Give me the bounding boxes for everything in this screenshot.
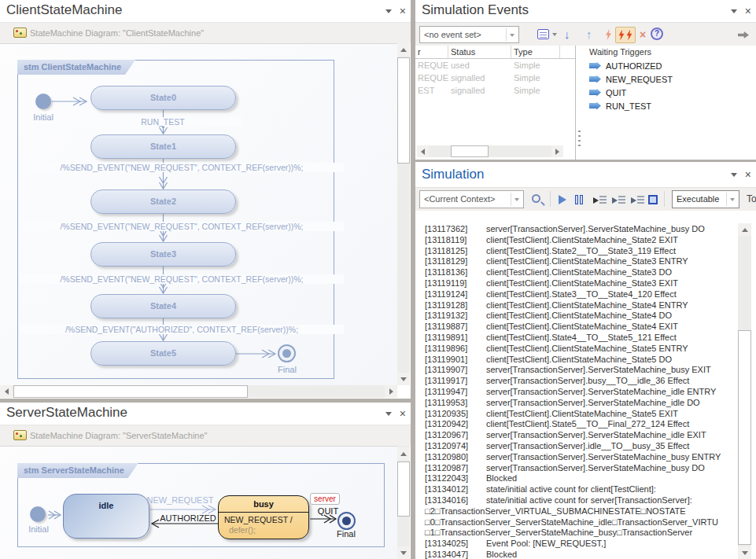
scrollbar-thumb[interactable]: [397, 462, 410, 517]
scroll-up-button[interactable]: [738, 223, 751, 236]
scroll-down-button[interactable]: [397, 546, 410, 559]
move-down-icon[interactable]: ↓: [564, 28, 570, 40]
state-node[interactable]: State4: [90, 294, 236, 318]
log-line: [13118136]client[TestClient].ClientState…: [415, 267, 738, 278]
transition-label-new-request[interactable]: NEW_REQUEST: [146, 495, 214, 505]
scroll-right-button[interactable]: [551, 145, 563, 157]
search-icon[interactable]: [532, 194, 540, 203]
mode-combo[interactable]: Executable: [672, 190, 739, 208]
column-header-trigger[interactable]: r: [415, 46, 448, 58]
state-node[interactable]: State1: [90, 134, 236, 159]
state-node-busy[interactable]: busy NEW_REQUEST / defer();: [218, 495, 309, 539]
log-line: [13119124]client[TestClient].State3__TO_…: [415, 289, 738, 300]
transition-label-authorized[interactable]: AUTHORIZED: [156, 513, 220, 523]
scrollbar-thumb[interactable]: [397, 57, 410, 164]
column-header-status[interactable]: Status: [448, 46, 511, 58]
context-combo[interactable]: <Current Context>: [419, 190, 524, 208]
log-line: [13119907]server[TransactionServer].Serv…: [415, 365, 738, 376]
close-icon[interactable]: ×: [745, 6, 751, 17]
scroll-right-button[interactable]: [385, 385, 397, 398]
server-vertical-scrollbar[interactable]: [397, 446, 410, 559]
chevron-down-icon[interactable]: [385, 9, 392, 13]
active-instance-tag: server: [310, 493, 340, 505]
state-node[interactable]: State0: [90, 86, 236, 110]
event-table-hscrollbar[interactable]: [417, 145, 563, 157]
run-icon[interactable]: [559, 195, 566, 204]
initial-node[interactable]: [35, 94, 51, 109]
transition-label-quit[interactable]: QUIT: [313, 506, 343, 516]
server-diagram-canvas[interactable]: stm ServerStateMachine Initial idle busy: [0, 446, 397, 559]
stop-icon[interactable]: [648, 195, 658, 204]
state-node[interactable]: State2: [90, 189, 236, 214]
log-line: [13120987]server[TransactionServer].Serv…: [415, 463, 738, 474]
close-icon[interactable]: ×: [745, 169, 751, 180]
column-header-type[interactable]: Type: [511, 46, 560, 58]
tools-label[interactable]: Tools: [747, 193, 756, 204]
chevron-down-icon[interactable]: [385, 412, 392, 416]
final-node[interactable]: [278, 344, 296, 362]
transition-label[interactable]: /%SEND_EVENT("NEW_REQUEST", CONTEXT_REF(…: [20, 222, 344, 231]
state-node-idle[interactable]: idle: [63, 494, 149, 539]
transition-label[interactable]: /%SEND_EVENT("NEW_REQUEST", CONTEXT_REF(…: [20, 274, 344, 284]
table-row[interactable]: EST signalled Simple: [415, 84, 575, 97]
chevron-down-icon[interactable]: [731, 9, 737, 13]
log-line: [13134012]state/initial active count for…: [415, 484, 738, 495]
simulation-log[interactable]: [13117362]server[TransactionServer].Serv…: [415, 211, 738, 559]
step-out-icon[interactable]: [631, 195, 644, 205]
scrollbar-thumb[interactable]: [13, 385, 248, 398]
splitter-handle[interactable]: [578, 131, 581, 148]
scroll-up-button[interactable]: [397, 43, 410, 56]
event-set-combo[interactable]: <no event set>: [419, 26, 519, 43]
log-line: [13120935]client[TestClient].ClientState…: [415, 409, 738, 420]
log-rows: [13117362]server[TransactionServer].Serv…: [415, 224, 738, 559]
client-horizontal-scrollbar[interactable]: [0, 385, 397, 398]
multi-trigger-icon-selected[interactable]: [615, 27, 636, 43]
client-diagram-canvas[interactable]: stm ClientStateMachine State0State1State…: [0, 43, 397, 385]
log-line: [13134025]Event Pool: [NEW_REQUEST,]: [415, 539, 738, 550]
client-panel-title: ClientStateMachine: [6, 2, 122, 18]
scrollbar-thumb[interactable]: [451, 145, 489, 157]
scroll-down-button[interactable]: [738, 546, 751, 559]
waiting-trigger-item[interactable]: NEW_REQUEST: [585, 72, 756, 86]
log-line: [13119917]server[TransactionServer].busy…: [415, 376, 738, 387]
close-icon[interactable]: ×: [400, 408, 406, 419]
chevron-down-icon[interactable]: [731, 173, 737, 177]
client-vertical-scrollbar[interactable]: [397, 43, 410, 385]
event-table-header[interactable]: r Status Type: [415, 46, 575, 59]
statemachine-diagram-icon: [13, 28, 27, 38]
waiting-trigger-item[interactable]: AUTHORIZED: [585, 59, 756, 72]
sim-log-vscrollbar[interactable]: [738, 223, 751, 559]
scroll-left-button[interactable]: [0, 385, 13, 398]
transition-label[interactable]: /%SEND_EVENT("NEW_REQUEST", CONTEXT_REF(…: [20, 163, 344, 172]
busy-internal-trigger: NEW_REQUEST /: [219, 513, 308, 524]
server-statemachine-panel: ServerStateMachine × StateMachine Diagra…: [0, 403, 411, 559]
chevron-down-icon[interactable]: [552, 33, 557, 36]
move-up-icon[interactable]: ↑: [586, 28, 592, 40]
waiting-trigger-item[interactable]: QUIT: [585, 86, 756, 99]
client-panel-titlebar: ClientStateMachine ×: [0, 0, 411, 22]
help-icon[interactable]: ?: [651, 28, 663, 40]
final-node[interactable]: [337, 512, 356, 530]
initial-node[interactable]: [30, 506, 46, 522]
scroll-left-button[interactable]: [417, 145, 429, 157]
step-over-icon[interactable]: [612, 195, 625, 205]
single-trigger-icon[interactable]: [605, 29, 612, 40]
state-node[interactable]: State3: [90, 242, 236, 267]
scroll-up-button[interactable]: [397, 447, 410, 460]
scroll-down-button[interactable]: [397, 373, 410, 385]
state-node[interactable]: State5: [90, 341, 236, 366]
step-into-icon[interactable]: [593, 195, 607, 205]
transition-label[interactable]: RUN_TEST: [84, 117, 242, 127]
table-row[interactable]: REQUES signalled Simple: [415, 72, 575, 84]
delete-icon[interactable]: ×: [640, 29, 646, 40]
pause-icon[interactable]: [575, 195, 583, 204]
log-line: [13118119]client[TestClient].ClientState…: [415, 235, 738, 246]
waiting-trigger-item[interactable]: RUN_TEST: [585, 99, 756, 112]
table-row[interactable]: REQUES used Simple: [415, 59, 575, 72]
forward-arrow-icon[interactable]: [738, 31, 749, 39]
event-table[interactable]: r Status Type REQUES used Simple REQUES …: [415, 46, 576, 160]
event-list-icon[interactable]: [537, 29, 549, 39]
scrollbar-thumb[interactable]: [738, 330, 751, 545]
close-icon[interactable]: ×: [400, 6, 406, 17]
transition-label[interactable]: /%SEND_EVENT("AUTHORIZED", CONTEXT_REF(s…: [20, 325, 344, 334]
